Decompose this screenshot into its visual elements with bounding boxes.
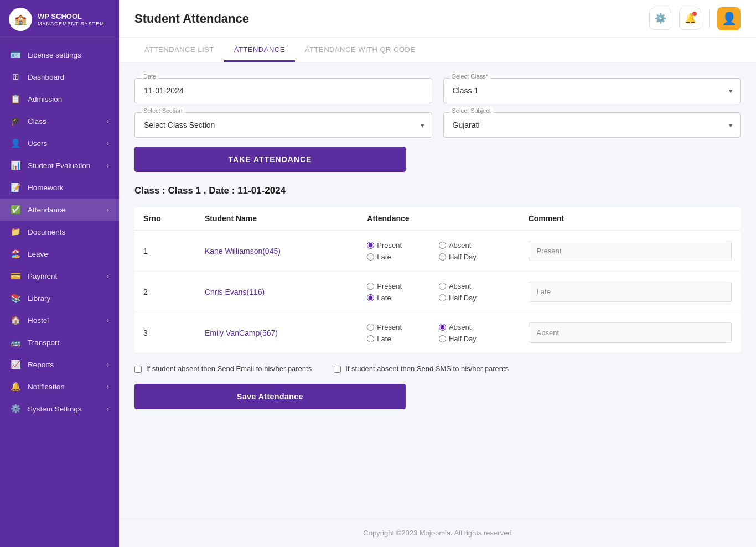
radio-absent[interactable] <box>439 242 446 249</box>
radio-present[interactable] <box>367 283 374 290</box>
sidebar: 🏫 WP SCHOOL MANAGEMENT SYSTEM 🪪 License … <box>0 0 119 547</box>
radio-label-absent[interactable]: Absent <box>439 241 511 249</box>
chevron-right-icon: › <box>107 317 109 324</box>
leave-icon: 🏖️ <box>10 249 21 259</box>
tab-attendance[interactable]: ATTENDANCE <box>224 38 295 62</box>
radio-group: PresentAbsentLateHalf Day <box>367 323 510 343</box>
cell-srno: 2 <box>134 272 196 312</box>
sidebar-item-attendance[interactable]: ✅ Attendance › <box>0 199 119 221</box>
date-input[interactable] <box>134 78 432 103</box>
tab-attendance-qr[interactable]: ATTENDANCE WITH QR CODE <box>295 38 426 62</box>
radio-label-late[interactable]: Late <box>367 253 439 261</box>
brand-name: WP SCHOOL <box>38 12 105 22</box>
radio-label-present[interactable]: Present <box>367 241 439 249</box>
cell-student-name: Kane Williamson(045) <box>196 230 358 272</box>
sidebar-item-hostel[interactable]: 🏠 Hostel › <box>0 309 119 331</box>
radio-label-late[interactable]: Late <box>367 294 439 302</box>
footer: Copyright ©2023 Mojoomla. All rights res… <box>119 518 756 547</box>
sidebar-item-dashboard[interactable]: ⊞ Dashboard <box>0 66 119 88</box>
cell-comment <box>520 230 741 272</box>
radio-label-present[interactable]: Present <box>367 282 439 290</box>
sidebar-item-label: Student Evaluation <box>28 162 90 170</box>
sidebar-item-system-settings[interactable]: ⚙️ System Settings › <box>0 398 119 420</box>
notifications-button[interactable]: 🔔 <box>679 8 701 30</box>
reports-icon: 📈 <box>10 360 21 369</box>
comment-input[interactable] <box>529 282 732 302</box>
radio-present[interactable] <box>367 242 374 249</box>
sidebar-item-transport[interactable]: 🚌 Transport <box>0 331 119 353</box>
radio-late[interactable] <box>367 253 374 261</box>
radio-label-halfday[interactable]: Half Day <box>439 253 511 261</box>
table-row: 3Emily VanCamp(567)PresentAbsentLateHalf… <box>134 312 741 353</box>
sidebar-item-admission[interactable]: 📋 Admission <box>0 88 119 110</box>
sidebar-item-label: Reports <box>28 361 54 369</box>
section-select[interactable]: Select Class Section <box>134 112 432 138</box>
topbar: Student Attendance ⚙️ 🔔 👤 <box>119 0 756 38</box>
col-attendance: Attendance <box>358 207 519 230</box>
sidebar-item-homework[interactable]: 📝 Homework <box>0 176 119 199</box>
form-row-1: Date Select Class* Class 1 Class 2 Class… <box>134 78 741 103</box>
settings-button[interactable]: ⚙️ <box>649 8 671 30</box>
radio-group: PresentAbsentLateHalf Day <box>367 282 510 302</box>
payment-icon: 💳 <box>10 271 21 281</box>
section-label: Select Section <box>141 107 184 114</box>
sidebar-nav: 🪪 License settings ⊞ Dashboard 📋 Admissi… <box>0 39 119 547</box>
license-icon: 🪪 <box>10 50 21 60</box>
sidebar-item-notification[interactable]: 🔔 Notification › <box>0 376 119 398</box>
section-field-group: Select Section Select Class Section ▾ <box>134 112 432 138</box>
email-checkbox[interactable] <box>134 366 142 373</box>
radio-absent[interactable] <box>439 283 446 290</box>
save-attendance-button[interactable]: Save Attendance <box>134 384 406 409</box>
radio-halfday[interactable] <box>439 335 446 342</box>
documents-icon: 📁 <box>10 227 21 237</box>
sidebar-item-license[interactable]: 🪪 License settings <box>0 44 119 66</box>
avatar[interactable]: 👤 <box>717 7 741 30</box>
radio-label-halfday[interactable]: Half Day <box>439 294 511 302</box>
sidebar-item-label: License settings <box>28 51 81 59</box>
chevron-right-icon: › <box>107 405 109 412</box>
cell-comment <box>520 272 741 312</box>
sidebar-item-class[interactable]: 🎓 Class › <box>0 110 119 132</box>
radio-late[interactable] <box>367 294 374 301</box>
radio-label-absent[interactable]: Absent <box>439 282 511 290</box>
hostel-icon: 🏠 <box>10 315 21 325</box>
sidebar-item-label: Dashboard <box>28 73 64 81</box>
radio-label-present[interactable]: Present <box>367 323 439 331</box>
settings-icon: ⚙️ <box>10 404 21 414</box>
form-row-2: Select Section Select Class Section ▾ Se… <box>134 112 741 138</box>
radio-label-late[interactable]: Late <box>367 335 439 343</box>
users-icon: 👤 <box>10 138 21 148</box>
sidebar-item-student-eval[interactable]: 📊 Student Evaluation › <box>0 154 119 176</box>
comment-input[interactable] <box>529 322 732 343</box>
radio-label-halfday[interactable]: Half Day <box>439 335 511 343</box>
comment-input[interactable] <box>529 241 732 261</box>
sidebar-item-reports[interactable]: 📈 Reports › <box>0 353 119 376</box>
sidebar-logo: 🏫 WP SCHOOL MANAGEMENT SYSTEM <box>0 0 119 39</box>
brand-subtitle: MANAGEMENT SYSTEM <box>38 21 105 27</box>
radio-label-absent[interactable]: Absent <box>439 323 511 331</box>
sidebar-item-library[interactable]: 📚 Library <box>0 287 119 309</box>
chevron-right-icon: › <box>107 273 109 279</box>
sidebar-item-documents[interactable]: 📁 Documents <box>0 221 119 243</box>
sidebar-item-leave[interactable]: 🏖️ Leave <box>0 243 119 265</box>
sidebar-item-payment[interactable]: 💳 Payment › <box>0 265 119 287</box>
table-row: 1Kane Williamson(045)PresentAbsentLateHa… <box>134 230 741 272</box>
sidebar-item-users[interactable]: 👤 Users › <box>0 132 119 154</box>
logo-icon: 🏫 <box>9 8 32 31</box>
sms-checkbox[interactable] <box>334 366 341 373</box>
radio-late[interactable] <box>367 335 374 342</box>
sidebar-item-label: Homework <box>28 184 64 192</box>
take-attendance-button[interactable]: TAKE ATTENDANCE <box>134 147 406 172</box>
attendance-table: Srno Student Name Attendance Comment 1Ka… <box>134 207 741 353</box>
notification-dot <box>692 12 697 16</box>
cell-srno: 1 <box>134 230 196 272</box>
class-select[interactable]: Class 1 Class 2 Class 3 <box>443 78 741 103</box>
tabs-bar: ATTENDANCE LIST ATTENDANCE ATTENDANCE WI… <box>119 38 756 62</box>
library-icon: 📚 <box>10 293 21 303</box>
radio-present[interactable] <box>367 324 374 331</box>
tab-attendance-list[interactable]: ATTENDANCE LIST <box>134 38 224 62</box>
subject-select[interactable]: Gujarati English Mathematics <box>443 112 741 138</box>
radio-halfday[interactable] <box>439 253 446 261</box>
radio-absent[interactable] <box>439 324 446 331</box>
radio-halfday[interactable] <box>439 294 446 301</box>
